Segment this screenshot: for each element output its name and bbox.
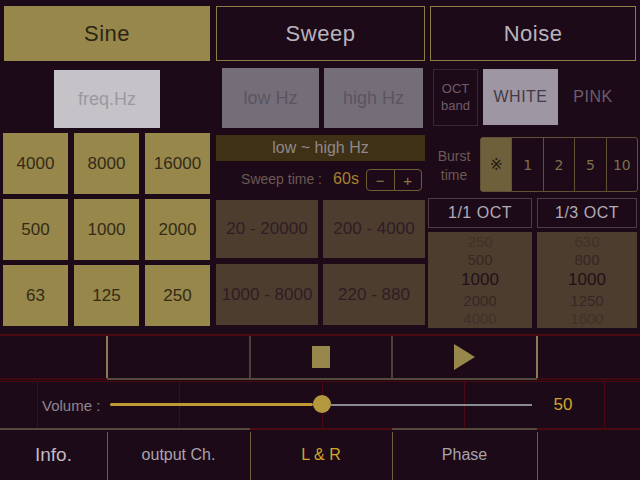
burst-time-label: Burst time xyxy=(430,141,478,191)
volume-track xyxy=(331,404,532,406)
play-button[interactable] xyxy=(392,336,537,378)
freq-button-2000[interactable]: 2000 xyxy=(145,199,210,260)
freq-hz-button[interactable]: freq.Hz xyxy=(54,70,160,128)
divider xyxy=(537,432,538,480)
picker-item: 800 xyxy=(574,250,599,269)
picker-item: 4000 xyxy=(463,310,496,327)
oct-band-label-line2: band xyxy=(441,98,470,115)
sweep-preset-button-1000-8000[interactable]: 1000 - 8000 xyxy=(216,264,318,325)
sweep-time-stepper: − + xyxy=(366,169,422,191)
picker-item: 1250 xyxy=(570,291,603,310)
oct-1-1-button[interactable]: 1/1 OCT xyxy=(428,198,532,228)
picker-item: 2000 xyxy=(463,291,496,310)
lr-channel-button[interactable]: L & R xyxy=(250,430,392,480)
freq-button-16000[interactable]: 16000 xyxy=(145,133,210,194)
burst-time-segmented-control: ※ 1 2 5 10 xyxy=(480,137,638,192)
grid-line xyxy=(604,382,605,428)
freq-button-63[interactable]: 63 xyxy=(3,265,68,326)
freq-button-125[interactable]: 125 xyxy=(74,265,139,326)
freq-button-8000[interactable]: 8000 xyxy=(74,133,139,194)
burst-time-label-line1: Burst xyxy=(438,147,471,166)
high-hz-button[interactable]: high Hz xyxy=(324,68,423,128)
picker-item: 500 xyxy=(467,250,492,269)
picker-item: 1600 xyxy=(570,310,603,327)
grid-line xyxy=(537,378,640,380)
divider xyxy=(106,336,108,378)
picker-item: 630 xyxy=(574,233,599,250)
output-ch-button[interactable]: output Ch. xyxy=(107,430,250,480)
white-noise-button[interactable]: WHITE xyxy=(483,69,558,125)
grid-line xyxy=(392,378,537,380)
divider xyxy=(392,432,393,480)
oct-1-3-button[interactable]: 1/3 OCT xyxy=(537,198,637,228)
play-icon xyxy=(454,344,475,370)
grid-line xyxy=(37,382,38,428)
volume-label: Volume : xyxy=(42,382,112,428)
volume-slider-thumb[interactable] xyxy=(313,395,331,413)
burst-option-1[interactable]: 1 xyxy=(511,138,542,191)
grid-line xyxy=(0,378,107,380)
freq-button-1000[interactable]: 1000 xyxy=(74,199,139,260)
burst-option-10[interactable]: 10 xyxy=(606,138,637,191)
divider xyxy=(250,432,251,480)
picker-1-1-oct[interactable]: 250 500 1000 2000 4000 xyxy=(428,232,532,328)
freq-button-4000[interactable]: 4000 xyxy=(3,133,68,194)
sweep-time-value: 60s xyxy=(328,166,364,192)
picker-item: 250 xyxy=(467,233,492,250)
stop-button[interactable] xyxy=(250,336,392,378)
info-button[interactable]: Info. xyxy=(0,430,107,480)
sweep-preset-button-200-4000[interactable]: 200 - 4000 xyxy=(323,200,425,258)
grid-line xyxy=(107,378,250,380)
tab-noise[interactable]: Noise xyxy=(430,6,636,61)
sweep-range-display[interactable]: low ~ high Hz xyxy=(216,135,425,161)
sweep-preset-button-20-20000[interactable]: 20 - 20000 xyxy=(216,200,318,258)
phase-button[interactable]: Phase xyxy=(392,430,537,480)
tab-sweep[interactable]: Sweep xyxy=(216,6,425,61)
volume-value: 50 xyxy=(545,382,581,428)
sweep-time-plus-button[interactable]: + xyxy=(394,170,422,190)
freq-button-250[interactable]: 250 xyxy=(145,265,210,326)
sweep-time-label: Sweep time : xyxy=(218,166,322,192)
grid-line xyxy=(537,428,640,430)
tone-generator-app: Sine Sweep Noise freq.Hz low Hz high Hz … xyxy=(0,0,640,480)
volume-slider[interactable] xyxy=(110,386,535,422)
burst-time-label-line2: time xyxy=(441,166,467,185)
sweep-time-minus-button[interactable]: − xyxy=(367,170,394,190)
picker-item-selected: 1000 xyxy=(461,269,499,291)
sweep-preset-button-220-880[interactable]: 220 - 880 xyxy=(323,264,425,325)
oct-band-label-line1: OCT xyxy=(442,81,469,98)
grid-line xyxy=(250,378,392,380)
pink-noise-button[interactable]: PINK xyxy=(563,69,623,125)
burst-option-5[interactable]: 5 xyxy=(574,138,605,191)
tab-sine[interactable]: Sine xyxy=(4,6,210,61)
stop-icon xyxy=(312,346,330,368)
freq-button-500[interactable]: 500 xyxy=(3,199,68,260)
low-hz-button[interactable]: low Hz xyxy=(222,68,319,128)
burst-option-2[interactable]: 2 xyxy=(543,138,574,191)
divider xyxy=(107,432,108,480)
burst-option-continuous[interactable]: ※ xyxy=(481,138,511,191)
picker-1-3-oct[interactable]: 630 800 1000 1250 1600 xyxy=(537,232,637,328)
oct-band-button[interactable]: OCT band xyxy=(433,69,478,126)
picker-item-selected: 1000 xyxy=(568,269,606,291)
volume-track-fill xyxy=(110,403,313,406)
